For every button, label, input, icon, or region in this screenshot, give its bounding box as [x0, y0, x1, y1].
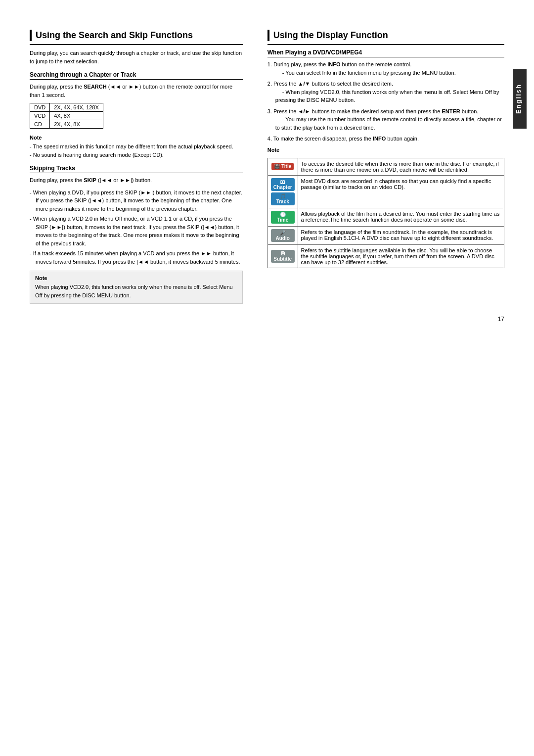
searching-body: During play, press the SEARCH (◄◄ or ►►)…	[30, 83, 243, 99]
table-cell-dvd-label: DVD	[30, 103, 50, 112]
left-intro: During play, you can search quickly thro…	[30, 49, 243, 65]
info-row-subtitle: 🖹 Subtitle Refers to the subtitle langua…	[267, 244, 504, 268]
skipping-body: During play, press the SKIP (|◄◄ or ►►|)…	[30, 176, 243, 185]
skipping-bullet-3: - If a track exceeds 15 minutes when pla…	[30, 249, 243, 266]
info-text-audio: Refers to the language of the film sound…	[298, 226, 504, 244]
info-text-title: To access the desired title when there i…	[298, 158, 504, 175]
audio-icon-badge: 🎤 Audio	[271, 229, 295, 242]
skipping-note-text: When playing VCD2.0, this function works…	[35, 283, 237, 299]
searching-note-2: - No sound is hearing during search mode…	[30, 151, 243, 159]
speed-table: DVD 2X, 4X, 64X, 128X VCD 4X, 8X CD 2X, …	[30, 103, 103, 129]
searching-note-1: - The speed marked in this function may …	[30, 142, 243, 151]
dvd-section: When Playing a DVD/VCD/MPEG4 1. During p…	[267, 49, 504, 143]
table-row: CD 2X, 4X, 8X	[30, 120, 103, 129]
table-cell-vcd-label: VCD	[30, 112, 50, 120]
searching-title: Searching through a Chapter or Track	[30, 71, 243, 80]
right-section-title: Using the Display Function	[267, 30, 504, 41]
right-column: Using the Display Function When Playing …	[258, 30, 504, 308]
subtitle-icon-badge: 🖹 Subtitle	[271, 250, 295, 263]
icon-cell-title: 🎬 Title	[267, 158, 298, 175]
title-icon-badge: 🎬 Title	[271, 163, 294, 170]
skipping-title: Skipping Tracks	[30, 165, 243, 173]
table-row: DVD 2X, 4X, 64X, 128X	[30, 103, 103, 112]
step-4: 4. To make the screen disappear, press t…	[267, 135, 504, 143]
skipping-bullet-2: - When playing a VCD 2.0 in Menu Off mod…	[30, 215, 243, 247]
right-note-title: Note	[267, 147, 504, 153]
page-number: 17	[498, 316, 504, 323]
left-section-title: Using the Search and Skip Functions	[30, 30, 243, 41]
english-sidebar: English	[513, 69, 527, 129]
time-icon-badge: 🕐 Time	[271, 211, 295, 224]
searching-note-title: Note	[30, 135, 243, 141]
skipping-section: Skipping Tracks During play, press the S…	[30, 165, 243, 304]
info-text-subtitle: Refers to the subtitle languages availab…	[298, 244, 504, 268]
skipping-note-title: Note	[35, 275, 237, 281]
chapter-icon-badge: 🕮 Chapter	[271, 178, 295, 191]
dvd-section-title: When Playing a DVD/VCD/MPEG4	[267, 49, 504, 57]
step-2: 2. Press the ▲/▼ buttons to select the d…	[267, 80, 504, 104]
table-cell-cd-value: 2X, 4X, 8X	[50, 120, 103, 129]
skipping-note-box: Note When playing VCD2.0, this function …	[30, 271, 243, 304]
table-cell-vcd-value: 4X, 8X	[50, 112, 103, 120]
searching-section: Searching through a Chapter or Track Dur…	[30, 71, 243, 159]
info-table: 🎬 Title To access the desired title when…	[267, 158, 504, 268]
table-cell-cd-label: CD	[30, 120, 50, 129]
info-row-audio: 🎤 Audio Refers to the language of the fi…	[267, 226, 504, 244]
info-row-time: 🕐 Time Allows playback of the film from …	[267, 208, 504, 226]
icon-cell-chapter: 🕮 Chapter 🎵 Track	[267, 175, 298, 208]
step-3: 3. Press the ◄/► buttons to make the des…	[267, 107, 504, 132]
icon-cell-time: 🕐 Time	[267, 208, 298, 226]
step-1: 1. During play, press the INFO button on…	[267, 60, 504, 77]
icon-cell-subtitle: 🖹 Subtitle	[267, 244, 298, 268]
table-row: VCD 4X, 8X	[30, 112, 103, 120]
left-column: Using the Search and Skip Functions Duri…	[30, 30, 258, 308]
info-text-time: Allows playback of the film from a desir…	[298, 208, 504, 226]
track-icon-badge: 🎵 Track	[271, 192, 295, 205]
info-text-chapter: Most DVD discs are recorded in chapters …	[298, 175, 504, 208]
info-row-chapter: 🕮 Chapter 🎵 Track Most DVD discs are rec…	[267, 175, 504, 208]
info-row-title: 🎬 Title To access the desired title when…	[267, 158, 504, 175]
icon-cell-audio: 🎤 Audio	[267, 226, 298, 244]
skipping-bullet-1: - When playing a DVD, if you press the S…	[30, 189, 243, 213]
table-cell-dvd-value: 2X, 4X, 64X, 128X	[50, 103, 103, 112]
